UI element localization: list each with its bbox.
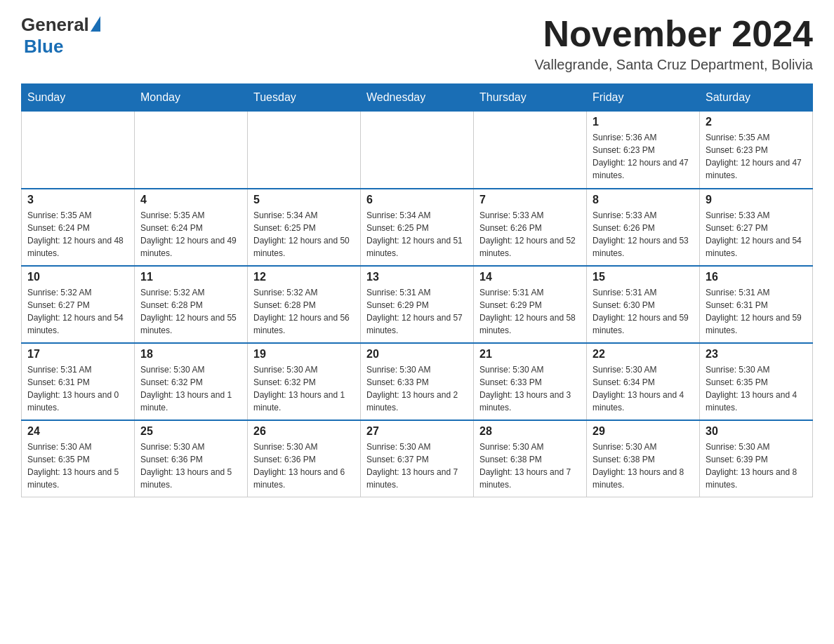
day-number: 9: [706, 194, 807, 206]
calendar-cell: 19Sunrise: 5:30 AM Sunset: 6:32 PM Dayli…: [248, 343, 361, 420]
calendar-cell: 15Sunrise: 5:31 AM Sunset: 6:30 PM Dayli…: [587, 266, 700, 343]
calendar-header-thursday: Thursday: [474, 84, 587, 112]
logo-general-text: General: [21, 14, 89, 36]
day-info: Sunrise: 5:30 AM Sunset: 6:32 PM Dayligh…: [253, 363, 355, 414]
calendar-cell: 6Sunrise: 5:34 AM Sunset: 6:25 PM Daylig…: [361, 189, 474, 266]
day-number: 4: [140, 194, 241, 206]
calendar-week-row: 10Sunrise: 5:32 AM Sunset: 6:27 PM Dayli…: [22, 266, 813, 343]
day-number: 23: [706, 348, 807, 361]
calendar-header-row: SundayMondayTuesdayWednesdayThursdayFrid…: [22, 84, 813, 112]
day-number: 1: [593, 116, 694, 128]
logo-blue-text: Blue: [24, 36, 63, 58]
calendar-cell: 23Sunrise: 5:30 AM Sunset: 6:35 PM Dayli…: [700, 343, 813, 420]
day-number: 27: [366, 425, 468, 438]
day-number: 17: [27, 348, 128, 361]
calendar-week-row: 1Sunrise: 5:36 AM Sunset: 6:23 PM Daylig…: [22, 112, 813, 189]
day-number: 30: [706, 425, 807, 438]
day-info: Sunrise: 5:31 AM Sunset: 6:29 PM Dayligh…: [479, 286, 581, 337]
calendar-cell: 9Sunrise: 5:33 AM Sunset: 6:27 PM Daylig…: [700, 189, 813, 266]
calendar-cell: 12Sunrise: 5:32 AM Sunset: 6:28 PM Dayli…: [248, 266, 361, 343]
day-info: Sunrise: 5:35 AM Sunset: 6:24 PM Dayligh…: [140, 209, 241, 260]
day-info: Sunrise: 5:31 AM Sunset: 6:30 PM Dayligh…: [593, 286, 694, 337]
calendar-week-row: 24Sunrise: 5:30 AM Sunset: 6:35 PM Dayli…: [22, 420, 813, 497]
calendar-cell: 14Sunrise: 5:31 AM Sunset: 6:29 PM Dayli…: [474, 266, 587, 343]
calendar-table: SundayMondayTuesdayWednesdayThursdayFrid…: [21, 83, 813, 497]
calendar-cell: 22Sunrise: 5:30 AM Sunset: 6:34 PM Dayli…: [587, 343, 700, 420]
day-number: 6: [366, 194, 468, 206]
day-info: Sunrise: 5:31 AM Sunset: 6:31 PM Dayligh…: [27, 363, 128, 414]
day-number: 19: [253, 348, 355, 361]
calendar-cell: 20Sunrise: 5:30 AM Sunset: 6:33 PM Dayli…: [361, 343, 474, 420]
day-number: 13: [366, 271, 468, 283]
day-info: Sunrise: 5:32 AM Sunset: 6:28 PM Dayligh…: [253, 286, 355, 337]
day-info: Sunrise: 5:34 AM Sunset: 6:25 PM Dayligh…: [253, 209, 355, 260]
day-info: Sunrise: 5:31 AM Sunset: 6:29 PM Dayligh…: [366, 286, 468, 337]
calendar-cell: 8Sunrise: 5:33 AM Sunset: 6:26 PM Daylig…: [587, 189, 700, 266]
day-info: Sunrise: 5:30 AM Sunset: 6:36 PM Dayligh…: [253, 441, 355, 491]
day-number: 22: [593, 348, 694, 361]
calendar-cell: 21Sunrise: 5:30 AM Sunset: 6:33 PM Dayli…: [474, 343, 587, 420]
calendar-cell: 26Sunrise: 5:30 AM Sunset: 6:36 PM Dayli…: [248, 420, 361, 497]
day-info: Sunrise: 5:30 AM Sunset: 6:37 PM Dayligh…: [366, 441, 468, 491]
day-number: 8: [593, 194, 694, 206]
day-number: 14: [479, 271, 581, 283]
day-info: Sunrise: 5:33 AM Sunset: 6:26 PM Dayligh…: [593, 209, 694, 260]
day-info: Sunrise: 5:30 AM Sunset: 6:33 PM Dayligh…: [366, 363, 468, 414]
day-info: Sunrise: 5:30 AM Sunset: 6:32 PM Dayligh…: [140, 363, 241, 414]
calendar-cell: 5Sunrise: 5:34 AM Sunset: 6:25 PM Daylig…: [248, 189, 361, 266]
calendar-cell: 13Sunrise: 5:31 AM Sunset: 6:29 PM Dayli…: [361, 266, 474, 343]
calendar-header-saturday: Saturday: [700, 84, 813, 112]
day-number: 25: [140, 425, 241, 438]
day-info: Sunrise: 5:32 AM Sunset: 6:27 PM Dayligh…: [27, 286, 128, 337]
day-info: Sunrise: 5:35 AM Sunset: 6:24 PM Dayligh…: [27, 209, 128, 260]
title-section: November 2024 Vallegrande, Santa Cruz De…: [534, 14, 813, 73]
day-info: Sunrise: 5:30 AM Sunset: 6:38 PM Dayligh…: [479, 441, 581, 491]
day-number: 18: [140, 348, 241, 361]
calendar-header-sunday: Sunday: [22, 84, 135, 112]
calendar-week-row: 3Sunrise: 5:35 AM Sunset: 6:24 PM Daylig…: [22, 189, 813, 266]
day-info: Sunrise: 5:35 AM Sunset: 6:23 PM Dayligh…: [706, 131, 807, 182]
day-number: 24: [27, 425, 128, 438]
calendar-header-friday: Friday: [587, 84, 700, 112]
day-info: Sunrise: 5:32 AM Sunset: 6:28 PM Dayligh…: [140, 286, 241, 337]
location-subtitle: Vallegrande, Santa Cruz Department, Boli…: [534, 57, 813, 73]
calendar-cell: 3Sunrise: 5:35 AM Sunset: 6:24 PM Daylig…: [22, 189, 135, 266]
calendar-cell: 24Sunrise: 5:30 AM Sunset: 6:35 PM Dayli…: [22, 420, 135, 497]
page-header: General Blue November 2024 Vallegrande, …: [21, 14, 813, 73]
day-info: Sunrise: 5:30 AM Sunset: 6:38 PM Dayligh…: [593, 441, 694, 491]
calendar-cell: 16Sunrise: 5:31 AM Sunset: 6:31 PM Dayli…: [700, 266, 813, 343]
calendar-header-wednesday: Wednesday: [361, 84, 474, 112]
calendar-header-monday: Monday: [135, 84, 248, 112]
calendar-cell: [474, 112, 587, 189]
day-number: 3: [27, 194, 128, 206]
day-info: Sunrise: 5:31 AM Sunset: 6:31 PM Dayligh…: [706, 286, 807, 337]
day-info: Sunrise: 5:30 AM Sunset: 6:34 PM Dayligh…: [593, 363, 694, 414]
calendar-cell: [135, 112, 248, 189]
day-number: 5: [253, 194, 355, 206]
day-info: Sunrise: 5:30 AM Sunset: 6:36 PM Dayligh…: [140, 441, 241, 491]
day-number: 28: [479, 425, 581, 438]
calendar-cell: 7Sunrise: 5:33 AM Sunset: 6:26 PM Daylig…: [474, 189, 587, 266]
day-info: Sunrise: 5:36 AM Sunset: 6:23 PM Dayligh…: [593, 131, 694, 182]
calendar-cell: [361, 112, 474, 189]
calendar-week-row: 17Sunrise: 5:31 AM Sunset: 6:31 PM Dayli…: [22, 343, 813, 420]
day-number: 20: [366, 348, 468, 361]
day-number: 15: [593, 271, 694, 283]
month-year-title: November 2024: [534, 14, 813, 54]
day-number: 10: [27, 271, 128, 283]
calendar-header-tuesday: Tuesday: [248, 84, 361, 112]
logo-triangle-icon: [91, 16, 100, 32]
day-number: 21: [479, 348, 581, 361]
day-number: 16: [706, 271, 807, 283]
calendar-cell: 27Sunrise: 5:30 AM Sunset: 6:37 PM Dayli…: [361, 420, 474, 497]
calendar-cell: 10Sunrise: 5:32 AM Sunset: 6:27 PM Dayli…: [22, 266, 135, 343]
day-info: Sunrise: 5:30 AM Sunset: 6:33 PM Dayligh…: [479, 363, 581, 414]
calendar-cell: [22, 112, 135, 189]
day-number: 26: [253, 425, 355, 438]
calendar-cell: 29Sunrise: 5:30 AM Sunset: 6:38 PM Dayli…: [587, 420, 700, 497]
day-number: 12: [253, 271, 355, 283]
day-number: 29: [593, 425, 694, 438]
calendar-cell: 28Sunrise: 5:30 AM Sunset: 6:38 PM Dayli…: [474, 420, 587, 497]
calendar-cell: 2Sunrise: 5:35 AM Sunset: 6:23 PM Daylig…: [700, 112, 813, 189]
calendar-cell: 25Sunrise: 5:30 AM Sunset: 6:36 PM Dayli…: [135, 420, 248, 497]
